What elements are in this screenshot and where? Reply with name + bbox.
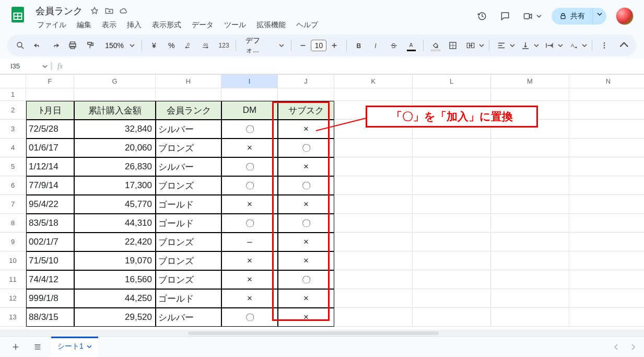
cell[interactable] (569, 157, 644, 176)
text-wrap-button[interactable] (542, 38, 557, 53)
cell[interactable] (334, 251, 413, 270)
name-box[interactable]: I35 (10, 62, 20, 70)
cell-J10[interactable]: × (278, 251, 334, 270)
print-icon[interactable] (65, 38, 80, 53)
cell-G11[interactable]: 16,560 (74, 270, 156, 289)
history-icon[interactable] (475, 9, 489, 23)
row-header-13[interactable]: 13 (0, 308, 26, 327)
sheet-tab-dropdown-icon[interactable] (87, 344, 92, 349)
table-header-I[interactable]: DM (221, 101, 278, 120)
cell-J3[interactable]: × (278, 120, 334, 139)
cell[interactable] (413, 176, 491, 195)
zoom-dropdown-icon[interactable] (129, 43, 135, 48)
menu-edit[interactable]: 編集 (73, 19, 95, 31)
grid[interactable]: FGHIJKLMN12ﾄ月日累計購入金額会員ランクDMサブスク372/5/283… (0, 74, 644, 330)
cell-J5[interactable]: × (278, 157, 334, 176)
cell[interactable] (334, 195, 413, 214)
strikethrough-button[interactable]: S (386, 38, 401, 53)
cell[interactable] (569, 101, 644, 120)
column-header-F[interactable]: F (26, 75, 74, 88)
menu-format[interactable]: 表示形式 (148, 19, 185, 31)
cell[interactable] (413, 233, 491, 251)
menu-view[interactable]: 表示 (98, 19, 120, 31)
merge-dropdown-icon[interactable] (478, 43, 485, 48)
cell[interactable] (413, 270, 491, 289)
table-header-F[interactable]: ﾄ月日 (26, 101, 74, 120)
cell[interactable] (491, 88, 569, 101)
all-sheets-button[interactable]: ≡ (29, 339, 46, 355)
horizontal-scrollbar[interactable] (0, 330, 644, 336)
cell-F11[interactable]: 74/4/12 (26, 270, 74, 289)
text-rotation-button[interactable]: A (566, 38, 581, 53)
cell-J12[interactable]: × (278, 289, 334, 308)
cell-H8[interactable]: ゴールド (156, 214, 221, 233)
menu-data[interactable]: データ (188, 19, 217, 31)
undo-icon[interactable] (30, 38, 45, 53)
cell-I3[interactable]: 〇 (221, 120, 278, 139)
cell[interactable] (569, 88, 644, 101)
column-header-K[interactable]: K (334, 75, 413, 88)
cell-F6[interactable]: 77/9/14 (26, 176, 74, 195)
row-header-4[interactable]: 4 (0, 139, 26, 157)
column-header-J[interactable]: J (278, 75, 334, 88)
share-button[interactable]: 共有 (552, 8, 592, 25)
add-sheet-button[interactable]: + (7, 339, 24, 355)
cell-G5[interactable]: 26,830 (74, 157, 156, 176)
cell[interactable] (569, 195, 644, 214)
cell[interactable] (491, 308, 569, 327)
cell-F3[interactable]: 72/5/28 (26, 120, 74, 139)
cell-J7[interactable]: × (278, 195, 334, 214)
comment-icon[interactable] (498, 9, 512, 23)
cell[interactable] (569, 120, 644, 139)
table-header-J[interactable]: サブスク (278, 101, 334, 120)
cell[interactable] (334, 270, 413, 289)
namebox-dropdown-icon[interactable] (42, 64, 48, 69)
menu-extensions[interactable]: 拡張機能 (253, 19, 289, 31)
cell-F5[interactable]: 1/12/14 (26, 157, 74, 176)
decrease-fontsize-button[interactable] (295, 38, 311, 53)
cell[interactable] (334, 88, 413, 101)
cell[interactable] (334, 233, 413, 251)
bold-button[interactable]: B (351, 38, 366, 53)
share-dropdown-icon[interactable] (592, 8, 606, 25)
cell-G3[interactable]: 32,840 (74, 120, 156, 139)
cell-F9[interactable]: 002/1/7 (26, 233, 74, 251)
cell[interactable] (413, 139, 491, 157)
text-color-button[interactable]: A (404, 38, 419, 53)
cell-H11[interactable]: ブロンズ (156, 270, 221, 289)
cell[interactable] (569, 251, 644, 270)
cell[interactable] (569, 139, 644, 157)
rotation-dropdown-icon[interactable] (581, 43, 588, 48)
row-header-1[interactable]: 1 (0, 88, 26, 101)
cell-I13[interactable]: 〇 (221, 308, 278, 327)
increase-decimal-button[interactable]: .00 (198, 38, 214, 53)
cell-H6[interactable]: ブロンズ (156, 176, 221, 195)
menu-tools[interactable]: ツール (220, 19, 250, 31)
row-header-5[interactable]: 5 (0, 157, 26, 176)
vertical-align-button[interactable] (518, 38, 533, 53)
cell-J6[interactable]: 〇 (278, 176, 334, 195)
cell-I6[interactable]: 〇 (221, 176, 278, 195)
halign-dropdown-icon[interactable] (509, 43, 516, 48)
cell[interactable] (491, 195, 569, 214)
column-header-H[interactable]: H (156, 75, 221, 88)
cell[interactable] (334, 289, 413, 308)
cell-H9[interactable]: ブロンズ (156, 233, 221, 251)
wrap-dropdown-icon[interactable] (557, 43, 564, 48)
cell-F12[interactable]: 999/1/8 (26, 289, 74, 308)
sheet-tab-1[interactable]: シート1 (51, 337, 98, 356)
cell-H13[interactable]: シルバー (156, 308, 221, 327)
horizontal-align-button[interactable] (494, 38, 509, 53)
cell[interactable] (491, 289, 569, 308)
row-header-7[interactable]: 7 (0, 195, 26, 214)
cell-F7[interactable]: 95/4/22 (26, 195, 74, 214)
cell-I4[interactable]: × (221, 139, 278, 157)
cell-I11[interactable]: × (221, 270, 278, 289)
cell-J9[interactable]: × (278, 233, 334, 251)
percent-button[interactable]: % (164, 38, 179, 53)
cell[interactable] (569, 270, 644, 289)
paint-format-icon[interactable] (83, 38, 98, 53)
fill-color-button[interactable] (428, 38, 443, 53)
cell-J13[interactable]: × (278, 308, 334, 327)
cloud-status-icon[interactable] (119, 6, 128, 16)
